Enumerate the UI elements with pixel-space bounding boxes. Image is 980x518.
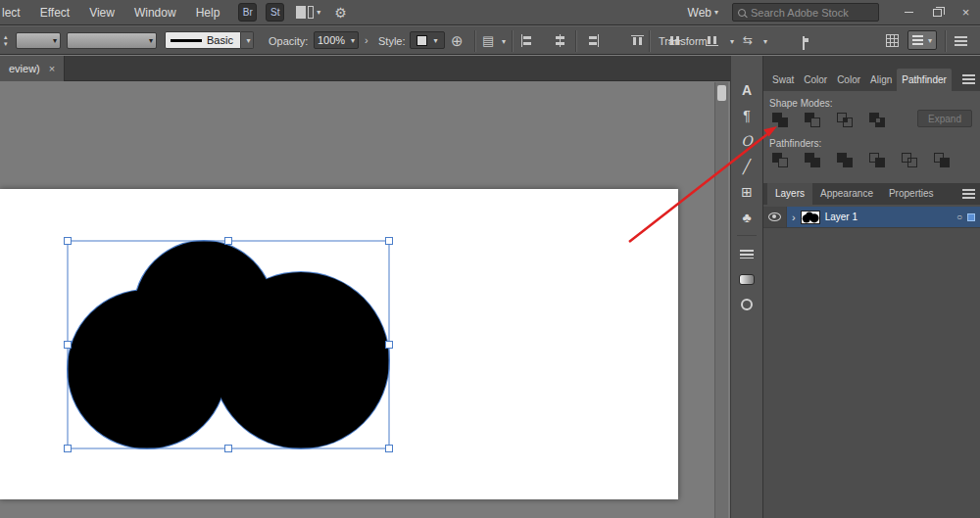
layers-tab-group: Layers Appearance Properties [763, 183, 980, 205]
tab-properties[interactable]: Properties [881, 183, 942, 205]
vertical-scrollbar[interactable] [714, 82, 728, 518]
caret-down-icon: ▾ [928, 36, 932, 45]
align-bottom-icon[interactable] [706, 34, 718, 47]
bridge-icon[interactable]: Br [238, 3, 257, 22]
caret-down-icon: ▾ [149, 36, 153, 45]
stock-icon[interactable]: St [266, 3, 284, 22]
transparency-panel-icon[interactable] [731, 292, 762, 317]
gpu-performance-icon[interactable]: ⚙ [334, 5, 347, 21]
menu-item-effect[interactable]: Effect [30, 0, 79, 25]
stock-search-input[interactable] [751, 7, 866, 19]
intersect-button[interactable] [834, 112, 858, 128]
divide-button[interactable] [769, 152, 793, 168]
outline-button[interactable] [899, 152, 922, 168]
trim-button[interactable] [802, 152, 825, 168]
opacity-flyout-arrow[interactable]: › [365, 34, 368, 46]
arrange-documents-icon[interactable] [296, 6, 314, 19]
tab-align[interactable]: Align [865, 69, 897, 91]
caret-down-icon: ▾ [317, 8, 320, 17]
caret-down-icon: ▾ [351, 36, 355, 45]
expand-button: Expand [917, 110, 972, 127]
minimize-button[interactable] [895, 0, 923, 25]
caret-down-icon: ▾ [763, 37, 767, 46]
stroke-style-dropdown[interactable]: ▾ [241, 31, 254, 49]
minus-front-button[interactable] [802, 112, 825, 128]
opacity-select[interactable]: 100% ▾ [314, 31, 359, 49]
shape-builder-panel-icon[interactable]: ⊞ [731, 179, 762, 205]
brushes-panel-icon[interactable]: ╱ [731, 154, 762, 179]
visibility-toggle[interactable] [763, 207, 787, 227]
document-setup-icon[interactable]: ▤ [482, 33, 494, 48]
layers-menu-icon[interactable] [962, 189, 975, 199]
align-top-icon[interactable] [631, 34, 644, 47]
tab-pathfinder[interactable]: Pathfinder [897, 69, 952, 91]
caret-down-icon: ▾ [730, 37, 734, 46]
minimize-icon [905, 12, 913, 13]
caret-down-icon: ▾ [502, 37, 506, 46]
stroke-panel-icon[interactable] [731, 241, 762, 266]
menu-item-select[interactable]: lect [0, 0, 30, 25]
tab-appearance[interactable]: Appearance [812, 183, 881, 205]
control-bar-menu-icon[interactable] [955, 36, 967, 46]
panel-menu-icon[interactable] [962, 74, 975, 84]
layer-row-main[interactable]: › Layer 1 ○ [787, 207, 980, 227]
document-grid-icon[interactable] [886, 34, 899, 47]
transform-label[interactable]: Transform [659, 35, 708, 47]
transform-reference-icon[interactable] [803, 36, 805, 50]
opacity-label: Opacity: [269, 35, 308, 47]
menu-item-help[interactable]: Help [186, 0, 230, 25]
layers-panel: Layers Appearance Properties › Layer 1 ○ [763, 183, 980, 518]
divider [474, 30, 475, 52]
layer-thumbnail [801, 211, 820, 224]
caret-down-icon: ▾ [433, 36, 437, 45]
selection-indicator[interactable] [967, 213, 975, 221]
divider [945, 30, 946, 52]
shape-properties-icon[interactable]: ⇆ [743, 33, 753, 47]
symbols-panel-icon[interactable]: ♣ [731, 205, 762, 230]
document-setup-globe-icon[interactable]: ⊕ [451, 32, 464, 50]
character-panel-icon[interactable]: A [731, 77, 762, 103]
tab-color[interactable]: Color [799, 69, 832, 91]
merge-button[interactable] [834, 152, 858, 168]
shape-modes-row [769, 112, 890, 128]
menu-item-window[interactable]: Window [124, 0, 186, 25]
align-center-icon[interactable] [554, 34, 566, 47]
document-tab[interactable]: eview) × [0, 56, 65, 81]
divider [575, 30, 576, 52]
restore-button[interactable] [923, 0, 952, 25]
minus-back-button[interactable] [931, 152, 955, 168]
unite-button[interactable] [769, 112, 793, 128]
tab-close-icon[interactable]: × [49, 63, 55, 74]
menu-item-view[interactable]: View [79, 0, 124, 25]
style-select[interactable]: ▾ [410, 31, 445, 49]
shape-modes-label: Shape Modes: [769, 98, 833, 109]
panel-dock-toggle[interactable]: ▾ [907, 30, 937, 50]
pathfinders-row [769, 152, 955, 168]
close-button[interactable]: × [952, 0, 980, 25]
control-bar: ▴▾ ▾ ▾ Basic ▾ Opacity: 100% ▾ › Style: … [0, 25, 980, 55]
target-circle-icon[interactable]: ○ [956, 212, 962, 222]
crop-button[interactable] [866, 152, 890, 168]
gradient-panel-icon[interactable] [731, 266, 762, 292]
menubar: lect Effect View Window Help Br St ▾ ⚙ W… [0, 0, 980, 25]
align-right-icon[interactable] [587, 34, 600, 47]
restore-icon [933, 9, 942, 17]
exclude-button[interactable] [866, 112, 890, 128]
tab-swatches[interactable]: Swat [767, 69, 799, 91]
expand-chevron-icon[interactable]: › [792, 212, 796, 223]
layer-row[interactable]: › Layer 1 ○ [763, 207, 980, 228]
tab-color-guide[interactable]: Color [832, 69, 865, 91]
layer-name[interactable]: Layer 1 [825, 212, 858, 222]
anchor-stepper[interactable]: ▴▾ [4, 33, 8, 47]
pathfinder-tab-group: Swat Color Color Align Pathfinder [767, 69, 960, 91]
stroke-weight-select[interactable]: ▾ [67, 32, 157, 49]
fill-select[interactable]: ▾ [16, 32, 61, 49]
variable-width-profile[interactable]: Basic ▾ [165, 31, 254, 49]
scrollbar-thumb[interactable] [717, 85, 726, 101]
paragraph-panel-icon[interactable]: ¶ [731, 103, 762, 128]
artboard[interactable] [0, 189, 678, 499]
tab-layers[interactable]: Layers [767, 183, 812, 205]
workspace-switcher[interactable]: Web ▾ [688, 6, 718, 20]
align-left-icon[interactable] [520, 34, 533, 47]
opentype-panel-icon[interactable]: O [731, 128, 762, 154]
